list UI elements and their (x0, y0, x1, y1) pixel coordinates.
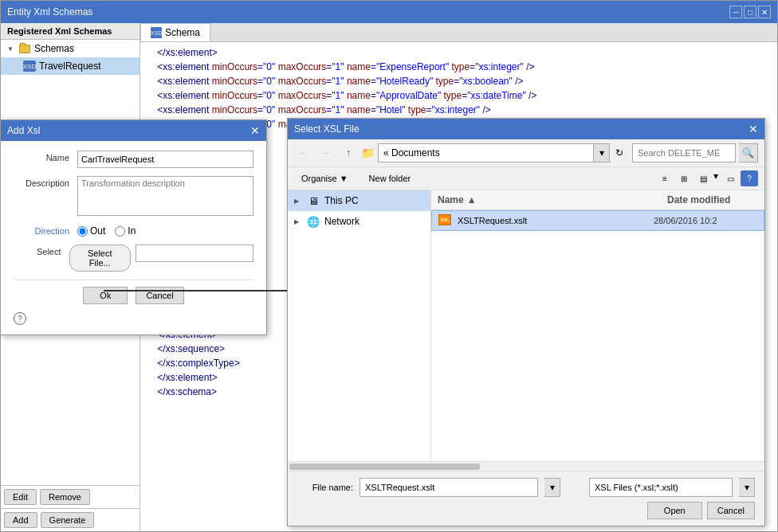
xsl-main: ▶ 🖥 This PC ▶ 🌐 Network Name ▲ Date modi… (288, 190, 764, 461)
description-textarea[interactable] (77, 176, 253, 216)
out-radio-label: Out (77, 225, 105, 237)
xslt-file-icon: XSL (438, 214, 453, 227)
filename-dropdown-button[interactable]: ▾ (544, 478, 560, 497)
organise-button[interactable]: Organise ▼ (294, 170, 356, 186)
title-bar-left: Entity Xml Schemas (7, 6, 92, 18)
title-bar-controls: ─ □ ✕ (729, 6, 771, 18)
xml-line-5: <xs:element minOccurs="0" maxOccurs="1" … (147, 103, 771, 117)
addxsl-title-bar: Add Xsl ✕ (1, 120, 266, 141)
address-bar[interactable]: « Documents (378, 143, 594, 162)
tab-bar: XSD Schema (140, 23, 777, 42)
xsl-right-panel: Name ▲ Date modified XSL XSLTRequest.xsl… (431, 190, 764, 461)
tab-schema[interactable]: XSD Schema (140, 23, 210, 41)
xsl-left-panel: ▶ 🖥 This PC ▶ 🌐 Network (288, 190, 431, 461)
open-cancel-row: Open Cancel (297, 502, 755, 519)
select-label: Select (14, 244, 69, 256)
expand-arrow: ▼ (7, 45, 15, 53)
up-button[interactable]: ↑ (339, 144, 358, 162)
edit-button[interactable]: Edit (4, 489, 37, 505)
col-date-label: Date modified (667, 194, 730, 205)
folder-icon (18, 43, 31, 54)
file-list: XSL XSLTRequest.xslt 28/06/2016 10:2 (431, 210, 764, 461)
select-file-row: Select Select File... (14, 244, 253, 272)
help-icon[interactable]: ? (14, 312, 26, 325)
app-title: Entity Xml Schemas (7, 6, 92, 18)
file-date: 28/06/2016 10:2 (654, 216, 757, 225)
refresh-button[interactable]: ↻ (610, 144, 629, 162)
in-radio[interactable] (115, 226, 125, 237)
horizontal-scrollbar[interactable] (288, 461, 764, 471)
add-button[interactable]: Add (4, 512, 37, 528)
view-separator: ▾ (713, 170, 720, 186)
open-button[interactable]: Open (647, 502, 702, 519)
file-item-xslt[interactable]: XSL XSLTRequest.xslt 28/06/2016 10:2 (431, 210, 764, 231)
xml-line-3: <xs:element minOccurs="0" maxOccurs="1" … (147, 74, 771, 88)
filename-label: File name: (297, 483, 353, 492)
selected-file-input[interactable] (136, 244, 253, 262)
view-details-button[interactable]: ▤ (694, 170, 712, 186)
file-name: XSLTRequest.xslt (458, 216, 654, 225)
xml-line-1: </xs:element> (147, 45, 771, 60)
col-date-header[interactable]: Date modified (661, 193, 764, 207)
minimize-button[interactable]: ─ (729, 6, 742, 18)
network-icon: 🌐 (307, 215, 320, 228)
search-button[interactable]: 🔍 (739, 143, 758, 162)
forward-button[interactable]: → (316, 144, 336, 162)
filetype-dropdown-button[interactable]: ▾ (739, 478, 755, 497)
direction-row: Direction Out In (14, 224, 253, 237)
dialog-select-xsl: Select XSL File ✕ ← → ↑ 📁 « Documents ▾ … (287, 118, 765, 526)
addxsl-body: Name Description Direction Out In (1, 141, 266, 334)
scrollbar-thumb (289, 464, 480, 470)
left-panel-bottom: Edit Remove (1, 485, 139, 508)
dialog-addxsl: Add Xsl ✕ Name Description Direction Out… (0, 119, 267, 335)
filetype-input[interactable] (589, 478, 733, 497)
view-list-button[interactable]: ≡ (656, 170, 674, 186)
new-folder-button[interactable]: New folder (362, 170, 418, 186)
xsl-title-bar: Select XSL File ✕ (288, 119, 764, 139)
col-name-header[interactable]: Name ▲ (431, 193, 661, 207)
name-input[interactable] (77, 151, 253, 168)
direction-radio-group: Out In (77, 224, 136, 237)
left-panel-header: Registered Xml Schemas (1, 23, 139, 40)
xsl-bottom: File name: ▾ ▾ Open Cancel (288, 471, 764, 526)
view-buttons: ≡ ⊞ ▤ ▾ ▭ ? (656, 170, 758, 186)
search-input[interactable] (632, 143, 736, 162)
out-label: Out (90, 225, 105, 237)
description-label: Description (14, 176, 77, 188)
network-label: Network (324, 216, 360, 227)
remove-button[interactable]: Remove (40, 489, 90, 505)
file-list-header: Name ▲ Date modified (431, 190, 764, 210)
maximize-button[interactable]: □ (744, 6, 756, 18)
travel-request-label: TravelRequest (39, 61, 101, 72)
preview-button[interactable]: ▭ (721, 170, 739, 186)
folder-nav-icon: 📁 (361, 147, 375, 159)
close-button[interactable]: ✕ (758, 6, 771, 18)
help-button[interactable]: ? (741, 170, 758, 186)
address-text: « Documents (383, 147, 440, 158)
view-grid-button[interactable]: ⊞ (675, 170, 693, 186)
back-button[interactable]: ← (294, 144, 313, 162)
title-bar: Entity Xml Schemas ─ □ ✕ (1, 1, 777, 23)
generate-button[interactable]: Generate (41, 512, 95, 528)
left-panel-bottom2: Add Generate (1, 508, 139, 531)
xsd-icon: XSD (23, 61, 36, 72)
cancel2-button[interactable]: Cancel (707, 502, 755, 519)
out-radio[interactable] (77, 226, 88, 237)
schema-tab-icon: XSD (151, 27, 162, 38)
network-item[interactable]: ▶ 🌐 Network (288, 211, 430, 232)
ok-button[interactable]: Ok (83, 287, 128, 304)
select-file-button[interactable]: Select File... (69, 244, 131, 272)
filename-input[interactable] (360, 478, 538, 497)
name-label: Name (14, 151, 77, 162)
network-expand: ▶ (294, 218, 302, 225)
name-row: Name (14, 151, 253, 168)
this-pc-item[interactable]: ▶ 🖥 This PC (288, 190, 430, 211)
in-label: In (128, 225, 136, 237)
tree-item-schemas[interactable]: ▼ Schemas (1, 40, 139, 57)
tree-item-travelrequest[interactable]: XSD TravelRequest (1, 57, 139, 75)
schemas-label: Schemas (34, 43, 74, 54)
cancel-button[interactable]: Cancel (136, 287, 183, 304)
xsl-close-button[interactable]: ✕ (749, 123, 758, 135)
address-dropdown-button[interactable]: ▾ (594, 143, 610, 162)
addxsl-close-button[interactable]: ✕ (250, 124, 260, 137)
